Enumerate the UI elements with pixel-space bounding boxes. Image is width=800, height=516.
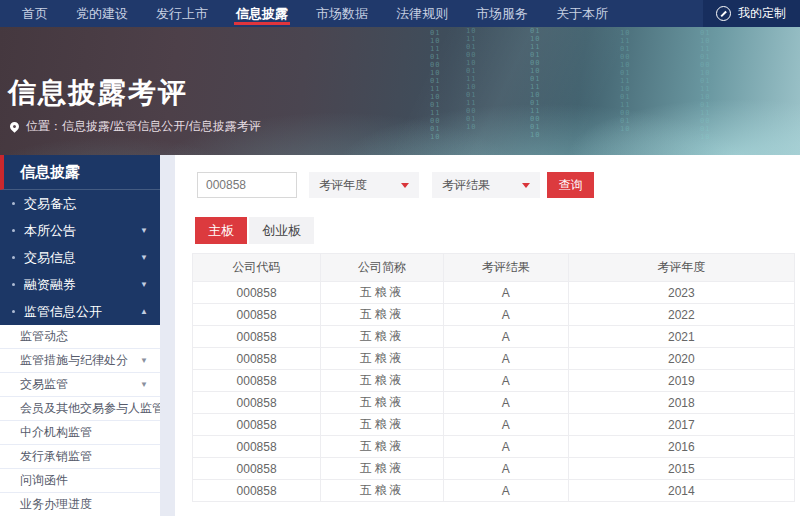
evaluation-year-cell: 2022	[568, 304, 794, 326]
table-row: 000858 五粮液 A 2023	[193, 282, 795, 304]
evaluation-result-cell: A	[444, 458, 569, 480]
sidebar-submenu-item[interactable]: 监管动态	[0, 325, 160, 349]
nav-item[interactable]: 发行上市	[142, 0, 222, 27]
nav-item[interactable]: 关于本所	[542, 0, 622, 27]
company-name-cell: 五粮液	[321, 348, 444, 370]
page-title: 信息披露考评	[8, 74, 188, 112]
nav-item-label: 法律规则	[396, 5, 448, 23]
company-name-cell: 五粮液	[321, 370, 444, 392]
sidebar-menu-item[interactable]: 交易备忘	[0, 190, 160, 217]
sidebar-menu-item[interactable]: 交易信息 ▼	[0, 244, 160, 271]
nav-item[interactable]: 市场服务	[462, 0, 542, 27]
bullet-icon	[12, 229, 15, 232]
sidebar-submenu-item[interactable]: 会员及其他交易参与人监管	[0, 397, 160, 421]
evaluation-result-cell: A	[444, 304, 569, 326]
nav-item[interactable]: 党的建设	[62, 0, 142, 27]
company-name-cell: 五粮液	[321, 392, 444, 414]
sidebar-menu-label: 融资融券	[24, 276, 76, 294]
binary-texture: 01 10 11 01 00 10 01 11 10 01 11 00 01 1…	[430, 29, 440, 141]
sidebar-submenu-label: 中介机构监管	[20, 424, 92, 441]
table-header-cell: 考评结果	[444, 254, 569, 282]
company-code-cell: 000858	[193, 436, 321, 458]
company-name-cell: 五粮液	[321, 458, 444, 480]
sidebar-menu-label: 交易备忘	[24, 195, 76, 213]
customize-pencil-icon	[716, 6, 731, 21]
company-code-cell: 000858	[193, 414, 321, 436]
nav-item-label: 市场数据	[316, 5, 368, 23]
evaluation-year-cell: 2021	[568, 326, 794, 348]
board-tab[interactable]: 创业板	[249, 217, 314, 244]
query-button[interactable]: 查询	[547, 172, 594, 198]
sidebar-menu-item[interactable]: 监管信息公开 ▲	[0, 298, 160, 325]
my-customization-button[interactable]: 我的定制	[703, 0, 800, 27]
table-header-cell: 考评年度	[568, 254, 794, 282]
sidebar-submenu-item[interactable]: 监管措施与纪律处分 ▼	[0, 349, 160, 373]
my-customization-label: 我的定制	[738, 5, 786, 22]
evaluation-result-cell: A	[444, 414, 569, 436]
company-code-cell: 000858	[193, 458, 321, 480]
chevron-icon: ▲	[140, 307, 148, 316]
dropdown-arrow-icon	[522, 183, 530, 188]
company-name-cell: 五粮液	[321, 436, 444, 458]
sidebar-submenu-item[interactable]: 业务办理进度	[0, 493, 160, 516]
sidebar-menu-label: 交易信息	[24, 249, 76, 267]
company-name-cell: 五粮液	[321, 326, 444, 348]
sidebar-submenu-label: 问询函件	[20, 472, 68, 489]
evaluation-result-cell: A	[444, 282, 569, 304]
company-code-cell: 000858	[193, 370, 321, 392]
sidebar-submenu-item[interactable]: 交易监管 ▼	[0, 373, 160, 397]
sidebar-submenu-label: 业务办理进度	[20, 496, 92, 513]
sidebar-submenu-label: 会员及其他交易参与人监管	[20, 400, 160, 417]
evaluation-year-dropdown[interactable]: 考评年度	[309, 172, 419, 198]
sidebar-menu-item[interactable]: 融资融券 ▼	[0, 271, 160, 298]
company-name-cell: 五粮液	[321, 282, 444, 304]
sidebar-submenu-label: 发行承销监管	[20, 448, 92, 465]
evaluation-year-cell: 2020	[568, 348, 794, 370]
evaluation-table: 公司代码公司简称考评结果考评年度 000858 五粮液 A 2023 00085…	[192, 253, 795, 502]
nav-menu: 首页 党的建设 发行上市 信息披露 市场数据 法律规则 市场服务 关于本所	[8, 0, 622, 27]
nav-item[interactable]: 首页	[8, 0, 62, 27]
sidebar-submenu-item[interactable]: 中介机构监管	[0, 421, 160, 445]
company-code-cell: 000858	[193, 282, 321, 304]
sidebar-submenu-item[interactable]: 发行承销监管	[0, 445, 160, 469]
company-code-cell: 000858	[193, 480, 321, 502]
binary-texture: 01 10 11 01 00 10 01 11 10 01 11 00 01 1…	[530, 27, 540, 139]
chevron-icon: ▼	[140, 380, 148, 389]
company-code-cell: 000858	[193, 348, 321, 370]
nav-item-label: 市场服务	[476, 5, 528, 23]
table-row: 000858 五粮液 A 2016	[193, 436, 795, 458]
sidebar: 信息披露 交易备忘 本所公告 ▼ 交易信息 ▼ 融资融券 ▼ 监管信息公开	[0, 155, 160, 516]
company-code-input[interactable]	[197, 172, 297, 198]
evaluation-year-cell: 2016	[568, 436, 794, 458]
dropdown-arrow-icon	[401, 183, 409, 188]
evaluation-result-label: 考评结果	[442, 177, 490, 194]
sidebar-submenu-item[interactable]: 问询函件	[0, 469, 160, 493]
chevron-icon: ▼	[140, 280, 148, 289]
board-tab-label: 创业板	[262, 222, 301, 240]
evaluation-result-dropdown[interactable]: 考评结果	[432, 172, 540, 198]
sidebar-submenu-label: 交易监管	[20, 376, 68, 393]
table-row: 000858 五粮液 A 2021	[193, 326, 795, 348]
table-row: 000858 五粮液 A 2014	[193, 480, 795, 502]
nav-item[interactable]: 信息披露	[222, 0, 302, 27]
page-banner: 01 10 11 01 00 10 01 11 10 01 11 00 01 1…	[0, 27, 800, 155]
evaluation-result-cell: A	[444, 348, 569, 370]
board-tab[interactable]: 主板	[195, 217, 247, 244]
evaluation-year-cell: 2019	[568, 370, 794, 392]
evaluation-year-cell: 2017	[568, 414, 794, 436]
top-navbar: 首页 党的建设 发行上市 信息披露 市场数据 法律规则 市场服务 关于本所 我的…	[0, 0, 800, 27]
sidebar-menu-label: 本所公告	[24, 222, 76, 240]
company-name-cell: 五粮液	[321, 414, 444, 436]
nav-item-label: 党的建设	[76, 5, 128, 23]
table-row: 000858 五粮液 A 2019	[193, 370, 795, 392]
evaluation-year-label: 考评年度	[319, 177, 367, 194]
chevron-icon: ▼	[140, 253, 148, 262]
evaluation-result-cell: A	[444, 326, 569, 348]
nav-item[interactable]: 市场数据	[302, 0, 382, 27]
table-row: 000858 五粮液 A 2022	[193, 304, 795, 326]
sidebar-menu-item[interactable]: 本所公告 ▼	[0, 217, 160, 244]
nav-item[interactable]: 法律规则	[382, 0, 462, 27]
evaluation-result-cell: A	[444, 436, 569, 458]
content-panel: 考评年度 考评结果 查询 主板 创业板 公司代码公司简称考评结果考评年度	[175, 155, 800, 516]
table-header-cell: 公司简称	[321, 254, 444, 282]
